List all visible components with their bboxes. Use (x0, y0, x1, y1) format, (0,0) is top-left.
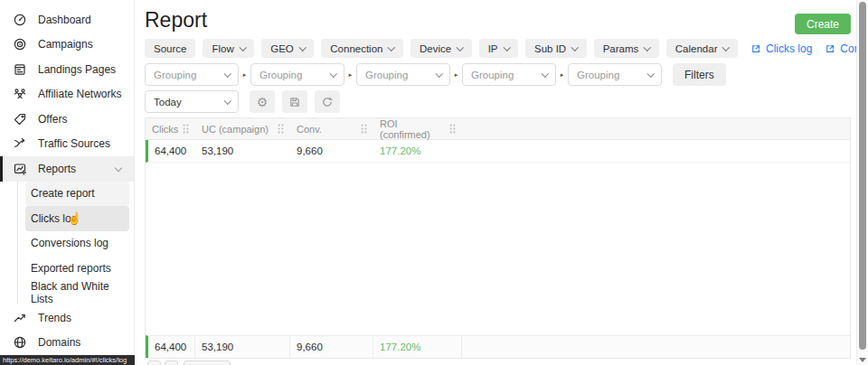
column-header-roi-confirmed[interactable]: ROI (confirmed) (373, 118, 462, 139)
column-header-uc-campaign[interactable]: UC (campaign) (195, 118, 290, 139)
toolbar-row: Today ⚙ (145, 90, 340, 113)
column-header-filler (462, 118, 850, 139)
scrollbar-down-arrow-icon[interactable] (859, 358, 866, 362)
filters-button[interactable]: Filters (673, 63, 726, 86)
filter-chip-ip[interactable]: IP (479, 39, 518, 58)
select-value: Grouping (154, 70, 196, 80)
pagination-page-size-select[interactable] (184, 360, 231, 365)
sidebar-item-affiliate-networks[interactable]: Affiliate Networks (0, 82, 134, 108)
create-button[interactable]: Create (795, 14, 851, 34)
drag-handle-icon[interactable] (449, 124, 456, 134)
sidebar-item-black-white-lists[interactable]: Black and White Lists (25, 281, 129, 306)
sidebar-item-conversions-log[interactable]: Conversions log (25, 231, 129, 257)
column-label: Clicks (152, 124, 178, 135)
trends-icon (13, 310, 28, 325)
campaigns-icon (13, 37, 28, 52)
gear-icon: ⚙ (257, 96, 269, 108)
column-label: Conv. (297, 124, 322, 135)
sidebar-item-offers[interactable]: Offers (0, 107, 134, 132)
grouping-select-5[interactable]: Grouping (568, 63, 662, 86)
chip-label: Connection (330, 43, 382, 54)
save-report-button[interactable] (282, 90, 307, 113)
summary-clicks: 64,400 (148, 336, 195, 358)
sidebar-item-reports[interactable]: Reports (0, 156, 134, 182)
domains-icon (13, 335, 28, 351)
sidebar-item-landings-pages[interactable]: Landings Pages (0, 57, 134, 82)
chip-label: Device (420, 43, 451, 54)
sidebar-item-trends[interactable]: Trends (0, 305, 134, 331)
select-value: Grouping (259, 70, 302, 80)
refresh-button[interactable] (315, 90, 340, 113)
cell-conv: 9,660 (290, 145, 373, 156)
main-content: Report Create Source Flow GEO Connection… (136, 0, 856, 365)
clicks-log-link[interactable]: Clicks log (750, 42, 812, 55)
sidebar-item-label: Black and White Lists (31, 280, 129, 305)
column-header-clicks[interactable]: Clicks (146, 118, 195, 139)
link-label: Clicks log (766, 42, 812, 55)
settings-button[interactable]: ⚙ (250, 90, 275, 113)
filter-chip-params[interactable]: Params (594, 39, 659, 58)
filter-chip-source[interactable]: Source (145, 39, 195, 58)
external-link-icon (825, 43, 835, 54)
sidebar-item-exported-reports[interactable]: Exported reports (25, 256, 129, 281)
sidebar-item-label: Reports (38, 163, 76, 175)
sidebar: Dashboard Campaigns Landings Pages Affil… (0, 0, 135, 355)
grouping-select-1[interactable]: Grouping (145, 63, 239, 86)
filter-chip-device[interactable]: Device (410, 39, 472, 58)
sidebar-item-dashboard[interactable]: Dashboard (0, 7, 134, 33)
chip-label: Flow (212, 43, 233, 54)
filter-chip-flow[interactable]: Flow (203, 39, 254, 58)
table-header: Clicks UC (campaign) Conv. ROI (confirme… (146, 118, 850, 140)
grouping-select-3[interactable]: Grouping (356, 63, 450, 86)
table-summary-row: 64,400 53,190 9,660 177.20% (146, 335, 850, 358)
save-icon (288, 96, 301, 108)
cell-clicks: 64,400 (148, 145, 195, 156)
sidebar-item-create-report[interactable]: Create report (25, 182, 129, 207)
chip-label: GEO (270, 43, 294, 54)
pagination-button[interactable] (147, 360, 161, 365)
chip-label: Sub ID (534, 43, 566, 54)
drag-handle-icon[interactable] (361, 124, 367, 134)
caret-separator-icon (450, 71, 462, 79)
landings-pages-icon (13, 61, 28, 77)
reports-submenu: Create report Clicks log Conversions log… (0, 182, 134, 306)
chevron-down-icon (503, 43, 510, 51)
drag-handle-icon[interactable] (183, 124, 189, 134)
grouping-select-4[interactable]: Grouping (462, 63, 556, 86)
sidebar-item-label: Affiliate Networks (38, 88, 121, 100)
sidebar-item-label: Domains (38, 336, 80, 349)
table-row: 64,400 53,190 9,660 177.20% (146, 140, 850, 163)
column-header-conv[interactable]: Conv. (290, 118, 373, 139)
chip-label: Calendar (675, 43, 718, 54)
sidebar-item-traffic-sources[interactable]: Traffic Sources (0, 132, 134, 157)
sidebar-item-campaigns[interactable]: Campaigns (0, 33, 134, 58)
summary-filler (462, 336, 850, 358)
chevron-down-icon (646, 70, 654, 77)
drag-handle-icon[interactable] (278, 124, 284, 134)
scrollbar-thumb[interactable] (859, 2, 866, 350)
sidebar-item-domains[interactable]: Domains (0, 331, 134, 356)
date-range-select[interactable]: Today (145, 90, 239, 113)
select-value: Grouping (471, 70, 514, 80)
grouping-select-2[interactable]: Grouping (250, 63, 344, 86)
sidebar-item-label: Offers (38, 113, 67, 126)
dashboard-icon (13, 12, 28, 27)
filter-chip-calendar[interactable]: Calendar (666, 39, 738, 58)
pagination-button[interactable] (165, 360, 178, 365)
chevron-down-icon (388, 43, 395, 51)
chevron-down-icon (644, 43, 651, 51)
filter-chip-connection[interactable]: Connection (321, 39, 403, 58)
caret-separator-icon (556, 71, 568, 79)
report-table: Clicks UC (campaign) Conv. ROI (confirme… (145, 117, 851, 359)
affiliate-networks-icon (13, 87, 28, 102)
refresh-icon (321, 96, 334, 108)
active-indicator (0, 156, 3, 182)
summary-uc-campaign: 53,190 (195, 336, 290, 358)
chevron-down-icon (435, 70, 442, 77)
grouping-row: Grouping Grouping Grouping Grouping Grou… (145, 63, 726, 86)
chevron-down-icon (115, 164, 122, 172)
vertical-scrollbar[interactable] (856, 0, 868, 365)
filter-chip-geo[interactable]: GEO (261, 39, 314, 58)
column-label: UC (campaign) (202, 124, 269, 135)
filter-chip-sub-id[interactable]: Sub ID (525, 39, 587, 58)
